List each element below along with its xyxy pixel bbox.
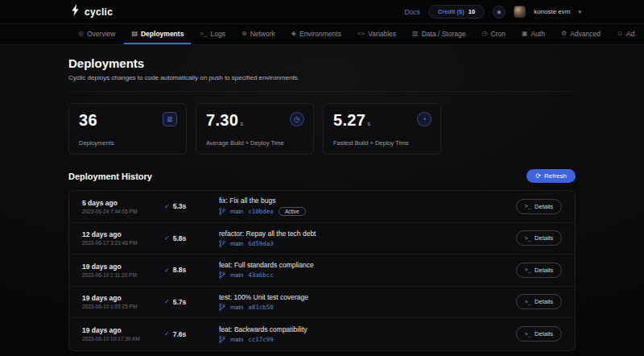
stat-value: 5.27s xyxy=(333,111,431,130)
chevron-down-icon[interactable]: ▾ xyxy=(578,9,581,15)
nav-tab[interactable]: ▤ Deployments xyxy=(124,24,191,44)
nav-tab[interactable]: ◷ Cron xyxy=(474,24,512,44)
git-branch-icon xyxy=(219,271,225,279)
commit-message: test: 100% Unit test coverage xyxy=(219,293,516,301)
nav-tab-icon: ⊕ xyxy=(242,30,247,37)
nav-tab-icon: ☺ xyxy=(617,30,623,37)
cyclic-logo-icon xyxy=(71,4,80,19)
timestamp: 2023-06-24 7:44:05 PM xyxy=(82,209,164,214)
details-button[interactable]: >_ Details xyxy=(516,294,562,309)
nav-tab-icon: ◎ xyxy=(78,30,84,37)
stat-card: 36 ≣ Deployments xyxy=(68,103,187,155)
deployment-row: 5 days ago 2023-06-24 7:44:05 PM ✓ 5.3s … xyxy=(69,191,575,223)
nav-tab[interactable]: ◎ Overview xyxy=(71,24,122,44)
stat-unit: s xyxy=(240,120,243,127)
nav-tab-label: Overview xyxy=(87,30,115,38)
details-label: Details xyxy=(535,330,553,337)
details-button[interactable]: >_ Details xyxy=(516,230,562,246)
status-icon[interactable]: ∗ xyxy=(493,6,506,19)
build-duration: 7.6s xyxy=(173,330,187,338)
nav-tab-icon: ◈ xyxy=(291,30,296,37)
brand[interactable]: cyclic xyxy=(71,4,113,19)
nav-tab[interactable]: ☺ Ad xyxy=(609,24,642,44)
deployment-row: 19 days ago 2023-06-10 10:17:39 AM ✓ 7.6… xyxy=(69,318,575,350)
credit-button[interactable]: Credit ($) 10 xyxy=(428,5,485,19)
nav-tab[interactable]: ⚙ Advanced xyxy=(554,24,608,44)
build-duration: 5.3s xyxy=(173,202,187,210)
nav-tab-label: Ad xyxy=(626,30,634,38)
nav-tab-label: Data / Storage xyxy=(422,30,466,38)
terminal-icon: >_ xyxy=(525,203,531,209)
nav-tab-icon: ▥ xyxy=(412,30,419,37)
deployment-row: 19 days ago 2023-06-10 1:11:20 PM ✓ 8.8s… xyxy=(69,255,575,287)
check-icon: ✓ xyxy=(164,203,170,210)
build-duration: 8.8s xyxy=(173,266,187,274)
commit-hash[interactable]: a81cb50 xyxy=(248,304,274,311)
nav-tab-label: Variables xyxy=(368,30,396,38)
commit-hash[interactable]: 43a6bcc xyxy=(248,271,274,279)
nav-tab[interactable]: ⊕ Network xyxy=(234,24,283,44)
nav-tab-label: Deployments xyxy=(141,30,184,38)
commit-hash[interactable]: c10bdea xyxy=(248,208,274,215)
nav-tab-label: Logs xyxy=(210,30,225,38)
commit-hash[interactable]: cc17c99 xyxy=(248,336,274,343)
stat-card: 7.30s ◷ Average Build + Deploy Time xyxy=(196,103,314,155)
git-branch-icon xyxy=(219,336,225,343)
commit-hash[interactable]: 6d59da3 xyxy=(248,240,274,247)
branch-name: main xyxy=(230,208,243,215)
page-body: Deployments Cyclic deploys changes to co… xyxy=(0,45,644,356)
build-duration: 5.8s xyxy=(173,234,187,242)
refresh-button[interactable]: ⟳ Refresh xyxy=(526,169,576,183)
nav-tab[interactable]: ◈ Environments xyxy=(284,24,349,44)
nav-tab-icon: ▤ xyxy=(131,30,138,37)
terminal-icon: >_ xyxy=(525,267,531,273)
stat-card-icon: ◷ xyxy=(290,112,304,126)
nav-tab-icon: ◷ xyxy=(481,30,487,37)
nav-tab[interactable]: ▣ Auth xyxy=(514,24,552,44)
nav-tab[interactable]: >_ Logs xyxy=(192,24,233,44)
credit-value: 10 xyxy=(469,8,475,15)
details-label: Details xyxy=(535,203,553,210)
commit-message: feat: Full standards compliance xyxy=(219,261,516,269)
branch-name: main xyxy=(230,240,243,247)
deployment-row: 19 days ago 2023-06-10 1:03:25 PM ✓ 5.7s… xyxy=(69,287,575,319)
deployment-row: 12 days ago 2023-06-17 3:23:48 PM ✓ 5.8s… xyxy=(69,223,575,255)
relative-time: 19 days ago xyxy=(82,294,164,302)
terminal-icon: >_ xyxy=(525,235,531,242)
timestamp: 2023-06-10 10:17:39 AM xyxy=(82,336,164,342)
nav-tab-label: Network xyxy=(250,30,275,38)
check-icon: ✓ xyxy=(164,330,170,337)
relative-time: 19 days ago xyxy=(82,326,164,334)
timestamp: 2023-06-10 1:11:20 PM xyxy=(82,272,164,278)
details-label: Details xyxy=(535,267,553,274)
stat-label: Fastest Build + Deploy Time xyxy=(333,139,409,147)
asterisk-icon: ∗ xyxy=(496,8,502,16)
git-branch-icon xyxy=(219,240,225,247)
nav-tab[interactable]: <> Variables xyxy=(350,24,403,44)
details-button[interactable]: >_ Details xyxy=(516,263,562,278)
history-title: Deployment History xyxy=(68,172,152,181)
app-header: cyclic Docs Credit ($) 10 ∗ konoste evm … xyxy=(0,0,644,24)
active-badge: Active xyxy=(279,207,306,216)
commit-message: fix: Fix all the bugs xyxy=(219,197,516,205)
nav-tab-icon: >_ xyxy=(200,30,207,37)
check-icon: ✓ xyxy=(164,234,170,242)
page-title: Deployments xyxy=(68,56,576,70)
branch-name: main xyxy=(230,336,243,343)
deployment-history-list: 5 days ago 2023-06-24 7:44:05 PM ✓ 5.3s … xyxy=(68,190,576,351)
terminal-icon: >_ xyxy=(525,331,531,337)
main-nav: ◎ Overview ▤ Deployments >_ Logs ⊕ Netwo… xyxy=(0,24,644,45)
user-name[interactable]: konoste evm xyxy=(534,8,570,15)
details-button[interactable]: >_ Details xyxy=(516,199,562,214)
details-button[interactable]: >_ Details xyxy=(516,326,562,342)
commit-message: refactor: Repay all the tech debt xyxy=(219,230,516,238)
nav-tab-icon: ▣ xyxy=(522,30,528,37)
docs-link[interactable]: Docs xyxy=(404,8,419,16)
avatar[interactable] xyxy=(514,6,526,18)
timestamp: 2023-06-10 1:03:25 PM xyxy=(82,304,164,309)
nav-tab-label: Environments xyxy=(299,30,341,38)
nav-tab-label: Cron xyxy=(490,30,505,38)
stat-label: Average Build + Deploy Time xyxy=(206,139,284,147)
refresh-icon: ⟳ xyxy=(535,172,541,180)
nav-tab[interactable]: ▥ Data / Storage xyxy=(405,24,473,44)
